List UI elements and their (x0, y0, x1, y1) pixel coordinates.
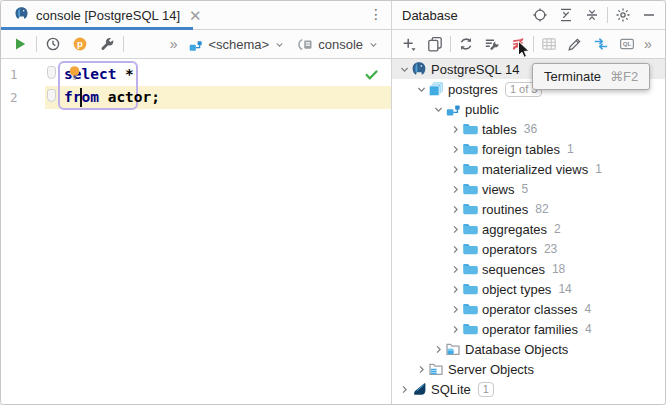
tree-row[interactable]: object types14 (392, 279, 666, 299)
expand-all-icon[interactable] (555, 4, 577, 26)
tree-item-count: 4 (584, 302, 591, 316)
tab-options-kebab-icon[interactable]: ⋮ (369, 6, 383, 22)
history-button[interactable] (42, 33, 64, 55)
tree-item-label: PostgreSQL 14 (431, 62, 519, 77)
chevron-right-icon[interactable] (448, 242, 462, 256)
tree-item-count: 14 (558, 282, 571, 296)
add-data-source-button[interactable] (398, 33, 420, 55)
chevron-down-icon (274, 39, 285, 50)
edit-button[interactable] (564, 33, 586, 55)
tree-item-count: 1 (567, 142, 574, 156)
code-token-plain: actor; (99, 89, 160, 105)
folder-icon (462, 121, 479, 137)
sql-editor[interactable]: 1select *2from actor; (1, 59, 391, 405)
console-toolbar: p » <schema> console (1, 30, 391, 59)
tree-row[interactable]: routines82 (392, 199, 666, 219)
mouse-cursor (517, 40, 531, 60)
chevron-right-icon[interactable] (448, 222, 462, 236)
tree-item-label: routines (482, 202, 528, 217)
chevron-right-icon[interactable] (397, 382, 411, 396)
collapse-all-icon[interactable] (581, 4, 603, 26)
tree-item-count: 5 (522, 182, 529, 196)
intention-bulb-icon[interactable] (67, 65, 82, 85)
tree-row[interactable]: SQLite1 (392, 379, 666, 399)
code-line[interactable]: from actor; (64, 86, 160, 109)
toolbar-separator (607, 7, 608, 23)
tree-row[interactable]: sequences18 (392, 259, 666, 279)
gear-icon[interactable] (612, 4, 634, 26)
fold-marker[interactable] (47, 89, 56, 102)
toolbar-overflow-button[interactable]: » (168, 34, 180, 54)
tree-row[interactable]: tables36 (392, 119, 666, 139)
chevron-right-icon[interactable] (414, 362, 428, 376)
chevron-right-icon[interactable] (448, 202, 462, 216)
toolbar-overflow-button[interactable]: » (642, 34, 654, 54)
line-number: 1 (10, 63, 38, 86)
hide-panel-icon[interactable] (638, 4, 660, 26)
toolbar-separator (533, 36, 534, 52)
chevron-right-icon[interactable] (448, 282, 462, 296)
tree-item-count: 18 (552, 262, 565, 276)
tree-row[interactable]: aggregates2 (392, 219, 666, 239)
chevron-right-icon[interactable] (448, 302, 462, 316)
tree-row[interactable]: operator classes4 (392, 299, 666, 319)
jump-to-console-button[interactable]: QL (616, 33, 638, 55)
folder-icon (462, 261, 479, 277)
tree-item-label: views (482, 182, 515, 197)
tree-item-badge: 1 (478, 382, 494, 397)
table-button[interactable] (538, 33, 560, 55)
data-source-properties-button[interactable] (481, 33, 503, 55)
tree-item-count: 82 (535, 202, 548, 216)
chevron-down-icon[interactable] (414, 82, 428, 96)
close-icon[interactable]: ✕ (189, 9, 202, 23)
chevron-right-icon[interactable] (448, 322, 462, 336)
tree-row[interactable]: Database Objects (392, 339, 666, 359)
tree-item-label: operators (482, 242, 537, 257)
schema-selector[interactable]: <schema> (184, 37, 289, 52)
duplicate-button[interactable] (424, 33, 446, 55)
tab-console-postgresql[interactable]: console [PostgreSQL 14] ✕ (1, 1, 193, 30)
chevron-right-icon[interactable] (448, 142, 462, 156)
tree-row[interactable]: foreign tables1 (392, 139, 666, 159)
navigate-arrows-button[interactable] (590, 33, 612, 55)
tree-row[interactable]: materialized views1 (392, 159, 666, 179)
console-editor-pane: console [PostgreSQL 14] ✕ ⋮ p » <schema>… (1, 1, 391, 405)
chevron-down-icon[interactable] (397, 62, 411, 76)
ide-window: console [PostgreSQL 14] ✕ ⋮ p » <schema>… (0, 0, 666, 405)
chevron-right-icon[interactable] (448, 122, 462, 136)
database-panel-header: Database (392, 1, 666, 30)
text-caret (80, 88, 82, 107)
chevron-right-icon[interactable] (431, 342, 445, 356)
database-tool-window: Database QL » PostgreSQL 14postgres1 of … (392, 1, 666, 405)
tree-row[interactable]: public (392, 99, 666, 119)
tree-row[interactable]: operators23 (392, 239, 666, 259)
tree-row[interactable]: operator families4 (392, 319, 666, 339)
svg-text:p: p (77, 38, 83, 49)
refresh-button[interactable] (455, 33, 477, 55)
line-number: 2 (10, 86, 38, 109)
inspections-ok-icon[interactable] (364, 67, 379, 86)
tree-item-label: public (465, 102, 499, 117)
folder-icon (462, 221, 479, 237)
chevron-right-icon[interactable] (448, 262, 462, 276)
chevron-down-icon[interactable] (431, 102, 445, 116)
tree-item-count: 1 (595, 162, 602, 176)
console-settings-button[interactable] (96, 33, 118, 55)
console-session-selector[interactable]: console (294, 37, 383, 52)
toolbar-separator (123, 36, 124, 52)
chevron-right-icon[interactable] (448, 162, 462, 176)
tree-row[interactable]: views5 (392, 179, 666, 199)
locate-icon[interactable] (529, 4, 551, 26)
schema-selector-label: <schema> (208, 37, 269, 52)
tree-row[interactable]: Server Objects (392, 359, 666, 379)
database-tree: PostgreSQL 14postgres1 of 3publictables3… (392, 59, 666, 405)
folder-icon (462, 181, 479, 197)
tree-item-label: postgres (448, 82, 498, 97)
svg-text:QL: QL (623, 40, 632, 47)
fold-marker[interactable] (47, 66, 56, 79)
postgres-role-button[interactable]: p (69, 33, 91, 55)
tree-item-label: sequences (482, 262, 545, 277)
execute-button[interactable] (9, 33, 31, 55)
chevron-right-icon[interactable] (448, 182, 462, 196)
server-objects-icon (428, 361, 445, 377)
